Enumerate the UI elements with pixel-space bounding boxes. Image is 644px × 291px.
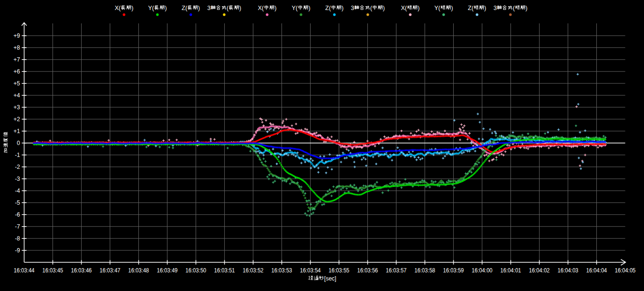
svg-text:+3: +3 (13, 104, 20, 111)
svg-text:16:03:53: 16:03:53 (271, 267, 292, 274)
svg-text:Y(: Y( (292, 5, 298, 11)
svg-text:16:03:48: 16:03:48 (128, 267, 149, 274)
svg-text:Z(: Z( (468, 5, 474, 11)
svg-text:16:03:57: 16:03:57 (386, 267, 407, 274)
svg-text:16:04:00: 16:04:00 (472, 267, 493, 274)
svg-text:16:04:03: 16:04:03 (558, 267, 579, 274)
svg-text:-1: -1 (15, 152, 20, 158)
svg-text:): ) (451, 5, 453, 11)
svg-text:X(: X( (115, 5, 121, 11)
svg-text:+7: +7 (13, 56, 20, 63)
svg-text:): ) (484, 5, 486, 11)
svg-text:16:03:55: 16:03:55 (329, 267, 350, 274)
svg-text:16:04:04: 16:04:04 (586, 267, 607, 274)
svg-text:): ) (526, 5, 528, 11)
svg-text:16:03:56: 16:03:56 (357, 267, 378, 274)
svg-text:-3: -3 (15, 176, 20, 182)
svg-text:16:03:50: 16:03:50 (186, 267, 207, 274)
svg-text:3: 3 (351, 5, 354, 11)
svg-text:3: 3 (493, 5, 497, 11)
svg-text:+1: +1 (13, 128, 20, 135)
svg-text:): ) (383, 5, 385, 11)
svg-text:-4: -4 (15, 187, 20, 194)
svg-text:+6: +6 (13, 68, 20, 75)
svg-text:-5: -5 (15, 199, 20, 206)
svg-text:Z(: Z( (325, 5, 332, 11)
svg-text:[sec]: [sec] (324, 275, 336, 282)
svg-text:+8: +8 (13, 44, 20, 51)
svg-text:Y(: Y( (148, 5, 155, 11)
svg-text:16:03:46: 16:03:46 (71, 267, 92, 274)
svg-text:Y(: Y( (435, 5, 441, 11)
svg-text:16:03:47: 16:03:47 (100, 267, 121, 274)
svg-text:3: 3 (207, 5, 210, 11)
svg-text:): ) (308, 5, 310, 11)
svg-text:16:03:49: 16:03:49 (157, 267, 178, 274)
svg-text:): ) (417, 5, 419, 11)
svg-text:16:03:52: 16:03:52 (243, 267, 264, 274)
svg-text:16:03:54: 16:03:54 (300, 267, 321, 274)
svg-text:16:03:44: 16:03:44 (14, 267, 35, 274)
svg-text:16:03:58: 16:03:58 (415, 267, 436, 274)
svg-text:): ) (165, 5, 166, 11)
svg-text:16:04:05: 16:04:05 (615, 267, 636, 274)
svg-text:16:04:01: 16:04:01 (500, 267, 521, 274)
svg-text:+2: +2 (13, 116, 20, 123)
svg-text:): ) (342, 5, 343, 11)
svg-text:): ) (274, 5, 276, 11)
svg-text:X(: X( (258, 5, 264, 11)
svg-text:0: 0 (17, 140, 20, 146)
svg-text:X(: X( (401, 5, 407, 11)
svg-text:-7: -7 (15, 223, 20, 230)
svg-text:): ) (239, 5, 241, 11)
svg-text:-6: -6 (15, 211, 20, 218)
svg-text:16:04:02: 16:04:02 (529, 267, 550, 274)
svg-text:+5: +5 (13, 80, 20, 87)
svg-text:16:03:45: 16:03:45 (42, 267, 63, 274)
svg-text:+9: +9 (13, 32, 20, 39)
svg-text:16:03:51: 16:03:51 (214, 267, 235, 274)
svg-text:16:03:59: 16:03:59 (443, 267, 464, 274)
svg-text:-8: -8 (15, 235, 20, 242)
svg-text:): ) (198, 5, 200, 11)
svg-text:): ) (131, 5, 133, 11)
svg-text:Z(: Z( (182, 5, 188, 11)
svg-text:-9: -9 (15, 247, 20, 254)
svg-text:+4: +4 (13, 92, 20, 99)
svg-text:-2: -2 (15, 164, 20, 170)
